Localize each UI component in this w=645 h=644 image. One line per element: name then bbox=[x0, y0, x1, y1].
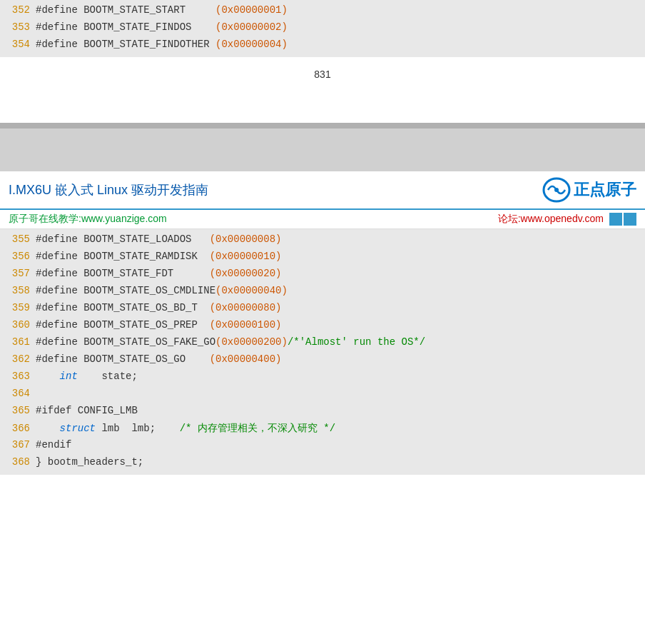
code-content: #define BOOTM_STATE_FDT (0x00000020) bbox=[36, 268, 281, 279]
define-kw: #define BOOTM_STATE_RAMDISK bbox=[36, 251, 210, 262]
line-number: 365 bbox=[0, 405, 36, 416]
logo-area: 正点原子 bbox=[542, 177, 636, 203]
define-kw: #define BOOTM_STATE_OS_CMDLINE bbox=[36, 285, 215, 296]
table-row: 353 #define BOOTM_STATE_FINDOS (0x000000… bbox=[0, 20, 645, 37]
line-number: 354 bbox=[0, 39, 36, 50]
logo-text: 正点原子 bbox=[574, 179, 636, 201]
code-content: #define BOOTM_STATE_FINDOS (0x00000002) bbox=[36, 21, 288, 33]
hex-value: (0x00000008) bbox=[210, 233, 282, 245]
define-kw: #define BOOTM_STATE_OS_FAKE_GO bbox=[36, 336, 215, 348]
comment: /*'Almost' run the OS*/ bbox=[288, 336, 425, 348]
page-number-area: 831 bbox=[0, 57, 645, 123]
hex-value: (0x00000040) bbox=[215, 285, 288, 296]
table-row: 366 struct lmb lmb; /* 内存管理相关，不深入研究 */ bbox=[0, 421, 645, 438]
table-row: 368 } bootm_headers_t; bbox=[0, 455, 645, 472]
table-row: 356 #define BOOTM_STATE_RAMDISK (0x00000… bbox=[0, 249, 645, 266]
line-number: 364 bbox=[0, 388, 36, 399]
table-row: 367 #endif bbox=[0, 438, 645, 455]
define-keyword: #define BOOTM_STATE_FINDOTHER bbox=[36, 39, 215, 50]
table-row: 361 #define BOOTM_STATE_OS_FAKE_GO(0x000… bbox=[0, 335, 645, 352]
table-row: 359 #define BOOTM_STATE_OS_BD_T (0x00000… bbox=[0, 301, 645, 318]
define-kw: #define BOOTM_STATE_OS_GO bbox=[36, 353, 210, 365]
define-kw: #define BOOTM_STATE_OS_BD_T bbox=[36, 302, 210, 313]
code-content: #define BOOTM_STATE_OS_CMDLINE(0x0000004… bbox=[36, 285, 288, 296]
line-number: 367 bbox=[0, 439, 36, 451]
ifdef-keyword: #ifdef CONFIG_LMB bbox=[36, 405, 138, 416]
blue-square-1 bbox=[609, 213, 622, 226]
page-number: 831 bbox=[314, 69, 330, 80]
code-content: struct lmb lmb; /* 内存管理相关，不深入研究 */ bbox=[36, 422, 335, 435]
define-kw: #define BOOTM_STATE_FDT bbox=[36, 268, 210, 279]
line-number: 361 bbox=[0, 336, 36, 348]
hex-value: (0x00000002) bbox=[215, 21, 288, 33]
table-row: 362 #define BOOTM_STATE_OS_GO (0x0000040… bbox=[0, 352, 645, 369]
line-number: 357 bbox=[0, 268, 36, 279]
hex-value: (0x00000080) bbox=[210, 302, 282, 313]
table-row: 363 int state; bbox=[0, 369, 645, 386]
sub-header-right: 论坛:www.openedv.com bbox=[498, 213, 604, 226]
define-keyword: #define BOOTM_STATE_START bbox=[36, 4, 215, 16]
top-code-section: 352 #define BOOTM_STATE_START (0x0000000… bbox=[0, 0, 645, 57]
page-separator bbox=[0, 123, 645, 129]
table-row: 364 bbox=[0, 386, 645, 403]
line-number: 359 bbox=[0, 302, 36, 313]
hex-value: (0x00000004) bbox=[215, 39, 288, 50]
blue-square-2 bbox=[624, 213, 636, 226]
line-number: 353 bbox=[0, 21, 36, 33]
table-row: 365 #ifdef CONFIG_LMB bbox=[0, 403, 645, 421]
line-number: 356 bbox=[0, 251, 36, 262]
line-number: 368 bbox=[0, 456, 36, 468]
code-content: #define BOOTM_STATE_START (0x00000001) bbox=[36, 4, 288, 16]
code-content: #define BOOTM_STATE_OS_FAKE_GO(0x0000020… bbox=[36, 336, 425, 348]
code-content: #endif bbox=[36, 439, 71, 451]
hex-value: (0x00000100) bbox=[210, 319, 282, 331]
table-row: 357 #define BOOTM_STATE_FDT (0x00000020) bbox=[0, 266, 645, 283]
table-row: 352 #define BOOTM_STATE_START (0x0000000… bbox=[0, 3, 645, 20]
logo-icon bbox=[542, 177, 571, 203]
table-row: 358 #define BOOTM_STATE_OS_CMDLINE(0x000… bbox=[0, 283, 645, 301]
line-number: 360 bbox=[0, 319, 36, 331]
line-number: 363 bbox=[0, 371, 36, 382]
code-content: #define BOOTM_STATE_RAMDISK (0x00000010) bbox=[36, 251, 281, 262]
page-gap bbox=[0, 129, 645, 171]
code-content bbox=[36, 388, 41, 399]
page-title: I.MX6U 嵌入式 Linux 驱动开发指南 bbox=[9, 181, 208, 198]
hex-value: (0x00000010) bbox=[210, 251, 282, 262]
define-kw: #define BOOTM_STATE_OS_PREP bbox=[36, 319, 210, 331]
code-content: #define BOOTM_STATE_OS_PREP (0x00000100) bbox=[36, 319, 281, 331]
table-row: 355 #define BOOTM_STATE_LOADOS (0x000000… bbox=[0, 232, 645, 249]
hex-value: (0x00000001) bbox=[215, 4, 288, 16]
bottom-code-block: 355 #define BOOTM_STATE_LOADOS (0x000000… bbox=[0, 229, 645, 475]
blue-squares-decoration bbox=[609, 213, 636, 226]
line-number: 352 bbox=[0, 4, 36, 16]
code-content: #define BOOTM_STATE_OS_GO (0x00000400) bbox=[36, 353, 281, 365]
top-code-block: 352 #define BOOTM_STATE_START (0x0000000… bbox=[0, 0, 645, 57]
code-content: int state; bbox=[36, 371, 138, 382]
comment: /* 内存管理相关，不深入研究 */ bbox=[180, 423, 335, 434]
sub-header-left: 原子哥在线教学:www.yuanzige.com bbox=[9, 213, 167, 226]
page-header: I.MX6U 嵌入式 Linux 驱动开发指南 正点原子 bbox=[0, 171, 645, 210]
code-content: #define BOOTM_STATE_FINDOTHER (0x0000000… bbox=[36, 39, 288, 50]
line-number: 355 bbox=[0, 233, 36, 245]
endif-keyword: #endif bbox=[36, 439, 71, 451]
hex-value: (0x00000020) bbox=[210, 268, 282, 279]
table-row: 360 #define BOOTM_STATE_OS_PREP (0x00000… bbox=[0, 318, 645, 335]
line-number: 362 bbox=[0, 353, 36, 365]
code-content: #define BOOTM_STATE_LOADOS (0x00000008) bbox=[36, 233, 281, 245]
hex-value: (0x00000400) bbox=[210, 353, 282, 365]
code-content: #define BOOTM_STATE_OS_BD_T (0x00000080) bbox=[36, 302, 281, 313]
line-number: 358 bbox=[0, 285, 36, 296]
table-row: 354 #define BOOTM_STATE_FINDOTHER (0x000… bbox=[0, 37, 645, 54]
sub-header: 原子哥在线教学:www.yuanzige.com 论坛:www.openedv.… bbox=[0, 210, 645, 229]
int-keyword: int bbox=[60, 371, 78, 382]
svg-point-1 bbox=[554, 188, 559, 192]
struct-keyword: struct bbox=[60, 423, 96, 434]
define-keyword: #define BOOTM_STATE_FINDOS bbox=[36, 21, 215, 33]
define-kw: #define BOOTM_STATE_LOADOS bbox=[36, 233, 210, 245]
code-content: } bootm_headers_t; bbox=[36, 456, 143, 468]
line-number: 366 bbox=[0, 423, 36, 434]
hex-value: (0x00000200) bbox=[215, 336, 288, 348]
code-content: #ifdef CONFIG_LMB bbox=[36, 405, 138, 416]
